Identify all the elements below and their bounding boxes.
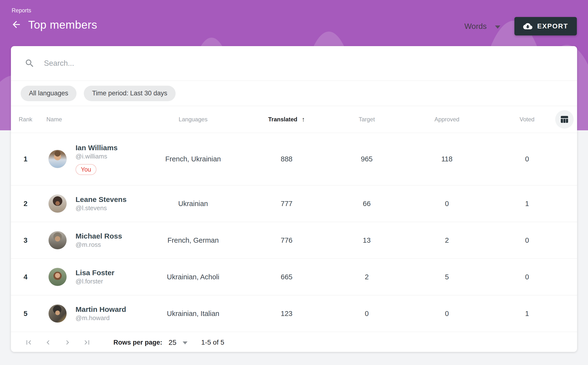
rank-cell: 3	[11, 236, 40, 244]
rows-per-page-select[interactable]: 25	[169, 339, 187, 347]
table-row[interactable]: 4 Lisa Foster @l.forster Ukrainian, Acho…	[11, 259, 577, 295]
search-input[interactable]	[43, 59, 563, 68]
member-name[interactable]: Michael Ross	[76, 232, 122, 241]
member-cell: Martin Howard @m.howard	[40, 304, 140, 323]
rank-cell: 4	[11, 273, 40, 281]
avatar	[48, 304, 67, 323]
target-cell: 13	[327, 236, 407, 244]
member-username: @i.williams	[76, 152, 118, 161]
top-members-report-page: Reports Top members Words	[0, 0, 588, 365]
member-username: @l.forster	[76, 277, 114, 286]
unit-dropdown-value: Words	[464, 22, 487, 31]
column-header-translated-label: Translated	[268, 116, 297, 123]
member-cell: Michael Ross @m.ross	[40, 231, 140, 249]
target-cell: 2	[327, 273, 407, 281]
search-bar	[11, 46, 577, 81]
column-settings-button[interactable]	[555, 110, 574, 129]
report-card: All languages Time period: Last 30 days …	[11, 46, 577, 352]
column-header-rank[interactable]: Rank	[11, 116, 40, 123]
rank-cell: 2	[11, 200, 40, 208]
chevron-down-icon	[183, 341, 187, 344]
breadcrumb[interactable]: Reports	[12, 7, 31, 14]
first-page-icon	[24, 338, 33, 347]
voted-cell: 1	[487, 200, 567, 208]
approved-cell: 118	[407, 155, 487, 163]
target-cell: 66	[327, 200, 407, 208]
pagination-bar: Rows per page: 25 1-5 of 5	[11, 332, 577, 353]
export-button-label: EXPORT	[537, 22, 568, 30]
back-button[interactable]	[11, 19, 22, 30]
member-cell: Lisa Foster @l.forster	[40, 268, 140, 286]
languages-cell: French, Ukrainian	[140, 155, 247, 163]
table-header-row: Rank Name Languages Translated ↑ Target …	[11, 106, 577, 133]
avatar	[48, 194, 67, 213]
member-cell: Leane Stevens @l.stevens	[40, 194, 140, 213]
page-title: Top members	[28, 18, 97, 31]
avatar	[48, 231, 67, 249]
search-icon	[25, 58, 35, 68]
table-columns-icon	[560, 115, 569, 124]
translated-cell: 123	[247, 310, 327, 318]
translated-cell: 665	[247, 273, 327, 281]
column-header-translated[interactable]: Translated ↑	[247, 116, 327, 123]
table-row[interactable]: 3 Michael Ross @m.ross French, German 77…	[11, 222, 577, 258]
rank-cell: 1	[11, 155, 40, 163]
translated-cell: 777	[247, 200, 327, 208]
voted-cell: 0	[487, 273, 567, 281]
filter-chips-row: All languages Time period: Last 30 days	[11, 81, 577, 106]
rank-cell: 5	[11, 310, 40, 318]
column-header-name[interactable]: Name	[40, 116, 140, 123]
avatar	[48, 268, 67, 286]
target-cell: 0	[327, 310, 407, 318]
languages-cell: French, German	[140, 236, 247, 244]
table-row[interactable]: 2 Leane Stevens @l.stevens Ukrainian 777…	[11, 185, 577, 222]
approved-cell: 2	[407, 236, 487, 244]
previous-page-button[interactable]	[40, 334, 56, 350]
first-page-button[interactable]	[21, 334, 37, 350]
table-row[interactable]: 1 Ian Williams @i.williams You French, U…	[11, 133, 577, 185]
member-name[interactable]: Lisa Foster	[76, 268, 114, 277]
approved-cell: 0	[407, 310, 487, 318]
last-page-button[interactable]	[79, 334, 95, 350]
member-name[interactable]: Leane Stevens	[76, 195, 127, 204]
member-username: @m.ross	[76, 241, 122, 249]
languages-cell: Ukrainian	[140, 200, 247, 208]
last-page-icon	[83, 338, 91, 347]
you-badge: You	[76, 164, 96, 175]
languages-cell: Ukrainian, Italian	[140, 310, 247, 318]
approved-cell: 5	[407, 273, 487, 281]
member-username: @m.howard	[76, 314, 126, 322]
voted-cell: 0	[487, 155, 567, 163]
target-cell: 965	[327, 155, 407, 163]
pagination-range: 1-5 of 5	[201, 339, 224, 346]
rows-per-page-label: Rows per page:	[113, 339, 162, 346]
avatar	[48, 150, 67, 168]
filter-chip-languages[interactable]: All languages	[21, 86, 77, 101]
next-page-button[interactable]	[60, 334, 76, 350]
languages-cell: Ukrainian, Acholi	[140, 273, 247, 281]
chevron-down-icon	[495, 25, 500, 29]
member-cell: Ian Williams @i.williams You	[40, 143, 140, 175]
filter-chip-time-period[interactable]: Time period: Last 30 days	[84, 86, 176, 101]
arrow-left-icon	[11, 19, 22, 31]
member-name[interactable]: Ian Williams	[76, 143, 118, 152]
member-name[interactable]: Martin Howard	[76, 305, 126, 314]
column-header-languages[interactable]: Languages	[140, 116, 247, 123]
member-username: @l.stevens	[76, 204, 127, 212]
unit-dropdown[interactable]: Words	[464, 22, 500, 31]
table-row[interactable]: 5 Martin Howard @m.howard Ukrainian, Ita…	[11, 295, 577, 332]
voted-cell: 0	[487, 236, 567, 244]
export-button[interactable]: EXPORT	[514, 17, 577, 35]
column-header-approved[interactable]: Approved	[407, 116, 487, 123]
translated-cell: 776	[247, 236, 327, 244]
rows-per-page-value: 25	[169, 339, 176, 347]
chevron-left-icon	[44, 338, 52, 347]
translated-cell: 888	[247, 155, 327, 163]
cloud-download-icon	[523, 22, 532, 31]
column-header-target[interactable]: Target	[327, 116, 407, 123]
approved-cell: 0	[407, 200, 487, 208]
sort-ascending-icon: ↑	[302, 116, 305, 123]
chevron-right-icon	[63, 338, 72, 347]
voted-cell: 1	[487, 310, 567, 318]
